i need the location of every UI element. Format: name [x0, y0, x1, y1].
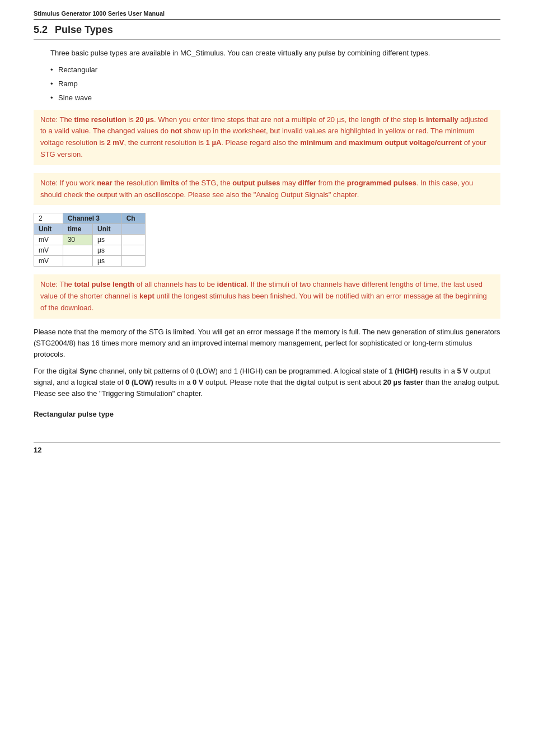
rect-heading: Rectangular pulse type — [34, 409, 500, 420]
table-cell-mv3: mV — [34, 256, 63, 267]
note1-bold7: minimum — [300, 138, 332, 147]
bullet-list: Rectangular Ramp Sine wave — [50, 64, 500, 104]
list-item: Rectangular — [50, 64, 500, 76]
note3-text1: of all channels has to be — [134, 280, 217, 288]
para2-bold3: 5 V — [457, 367, 469, 375]
note1-text1: is — [127, 115, 136, 124]
section-title: Pulse Types — [55, 24, 113, 35]
note1-bold4: not — [170, 127, 181, 135]
table-cell-us3: µs — [93, 256, 122, 267]
note1-text5: , the current resolution is — [124, 138, 206, 147]
table-subheader-extra — [121, 224, 145, 235]
para2-bold2: 1 (HIGH) — [388, 367, 418, 375]
table-cell-topleft: 2 — [34, 213, 63, 224]
intro-text: Three basic pulse types are available in… — [50, 48, 500, 59]
para2-bold1: Sync — [79, 367, 97, 375]
list-item: Sine wave — [50, 92, 500, 104]
para1-text: Please note that the memory of the STG i… — [34, 326, 500, 360]
note2-prefix: Note: If you work — [40, 179, 97, 187]
table-cell-us1: µs — [93, 235, 122, 245]
note1-bold2: 20 µs — [135, 115, 154, 124]
note1-bold6: 1 µA — [206, 138, 222, 147]
table-header-ch: Ch — [121, 213, 145, 224]
para2-text5: output. Please note that the digital out… — [204, 378, 383, 386]
list-item: Ramp — [50, 78, 500, 90]
note-box-2: Note: If you work near the resolution li… — [34, 173, 500, 206]
note3-bold1: total pulse length — [74, 280, 134, 288]
para2-bold6: 20 µs faster — [383, 378, 423, 386]
table-header-channel3: Channel 3 — [63, 213, 121, 224]
para2-prefix: For the digital — [34, 367, 79, 375]
footer-rule — [34, 442, 500, 443]
para2-text4: results in a — [153, 378, 193, 386]
para2-text2: results in a — [418, 367, 457, 375]
table-cell-empty1 — [63, 245, 92, 256]
table-cell-empty2 — [63, 256, 92, 267]
note1-text6: . Please regard also the — [221, 138, 300, 147]
note1-bold5: 2 mV — [107, 138, 124, 147]
note1-bold1: time resolution — [74, 115, 126, 124]
note3-bold3: kept — [139, 292, 154, 300]
note1-bold8: maximum output voltage/current — [349, 138, 462, 147]
para2-bold4: 0 (LOW) — [125, 378, 153, 386]
page-number: 12 — [34, 446, 41, 454]
note3-bold2: identical — [217, 280, 247, 288]
section-number: 5.2 — [34, 24, 48, 35]
table-cell-extra2 — [121, 245, 145, 256]
para2-bold5: 0 V — [193, 378, 204, 386]
note1-prefix: Note: The — [40, 115, 74, 124]
header-rule — [34, 19, 500, 20]
note2-text2: of the STG, the — [179, 179, 232, 187]
table-cell-extra3 — [121, 256, 145, 267]
note-box-3: Note: The total pulse length of all chan… — [34, 274, 500, 318]
table-cell-30[interactable]: 30 — [63, 235, 92, 245]
table-cell-mv1: mV — [34, 235, 63, 245]
table-subheader-unit1: Unit — [34, 224, 63, 235]
table-subheader-unit2: Unit — [93, 224, 122, 235]
rect-heading-text: Rectangular pulse type — [34, 410, 114, 418]
note2-text3: may — [280, 179, 298, 187]
manual-title: Stimulus Generator 1000 Series User Manu… — [34, 10, 500, 17]
note1-bold3: internally — [426, 115, 458, 124]
para2-text1: channel, only bit patterns of 0 (LOW) an… — [97, 367, 388, 375]
note2-bold2: limits — [160, 179, 179, 187]
note1-text7: and — [332, 138, 349, 147]
note2-text4: from the — [316, 179, 347, 187]
note1-text2: . When you enter time steps that are not… — [154, 115, 426, 124]
note2-bold1: near — [97, 179, 112, 187]
note2-bold5: programmed pulses — [347, 179, 416, 187]
table-cell-us2: µs — [93, 245, 122, 256]
note2-text1: the resolution — [113, 179, 160, 187]
section-heading: 5.2 Pulse Types — [34, 24, 500, 40]
note2-bold3: output pulses — [232, 179, 280, 187]
note3-prefix: Note: The — [40, 280, 74, 288]
table-cell-extra1 — [121, 235, 145, 245]
table-cell-mv2: mV — [34, 245, 63, 256]
channel-table: 2 Channel 3 Ch Unit time Unit mV 30 µs m… — [34, 213, 146, 267]
note-box-1: Note: The time resolution is 20 µs. When… — [34, 110, 500, 165]
table-subheader-time: time — [63, 224, 92, 235]
note2-bold4: differ — [298, 179, 316, 187]
para2: For the digital Sync channel, only bit p… — [34, 366, 500, 399]
